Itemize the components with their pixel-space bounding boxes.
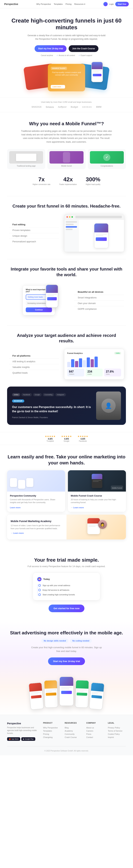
feature3-item-1: For all platforms bbox=[9, 353, 59, 359]
footer-link-crash-course[interactable]: Crash Course bbox=[65, 736, 83, 739]
footer-link-contact[interactable]: Contact bbox=[86, 736, 104, 739]
footer-brand-desc: Perspective helps businesses and agencie… bbox=[7, 726, 39, 735]
card-cta[interactable]: Learn more → bbox=[51, 85, 65, 89]
nav-actions: Login Start free bbox=[103, 2, 129, 6]
testimonial-tabs-row: Online Facebook Google Counseling Instag… bbox=[12, 393, 93, 396]
trial-step-2-text: Enjoy full access to all features bbox=[42, 589, 69, 591]
rating-facebook: ★★★★★ 4.8/5 Facebook bbox=[77, 435, 88, 442]
feature3-item-4: Qualified leads bbox=[9, 370, 59, 376]
logo-bmw: BMW bbox=[96, 106, 101, 108]
nav-cta-button[interactable]: Start free bbox=[115, 2, 129, 6]
testimonial-content: Online Facebook Google Counseling Instag… bbox=[12, 393, 93, 418]
comp-item-3: ✓ Congratulations bbox=[88, 149, 126, 169]
nav-link-why[interactable]: Why Perspective bbox=[36, 3, 51, 5]
footer-col-resources: Resources Blog Academy Community Crash C… bbox=[65, 722, 83, 741]
why-headline: Why you need a Mobile Funnel™? bbox=[7, 121, 126, 126]
trial-cta-button[interactable]: Get started for free now bbox=[48, 604, 85, 612]
trial-today: Today bbox=[43, 578, 50, 581]
trial-subtext: Full access to every Perspective feature… bbox=[11, 565, 122, 568]
footer-link-why[interactable]: Why Perspective bbox=[43, 726, 61, 729]
feature1-item-1: Fast editing bbox=[9, 222, 59, 227]
count-3: 4.8/5 bbox=[77, 438, 88, 440]
comp-item-1: Traditional landing page bbox=[7, 149, 45, 169]
learn-card-community: Perspective Community Connect with thous… bbox=[7, 470, 65, 512]
tab-google[interactable]: Google bbox=[33, 393, 42, 396]
form-continue-btn[interactable]: Continue bbox=[26, 307, 52, 312]
browser-mockup bbox=[64, 214, 124, 252]
testimonial-image: 👤 bbox=[96, 392, 121, 420]
stats-row: 7x Higher conversion rate 42x Faster imp… bbox=[7, 175, 126, 187]
footer-link-about[interactable]: About us bbox=[86, 726, 104, 729]
logos-row: SHACK15 Smava huffpost Budget ADIDAS BMW bbox=[7, 105, 126, 108]
trial-section: Your free trial made simple. Full access… bbox=[0, 548, 133, 621]
feature1-visual bbox=[64, 214, 124, 252]
testimonial-section: Online Facebook Google Counseling Instag… bbox=[7, 386, 126, 425]
app-store-btn[interactable]: 🍎 App Store bbox=[7, 737, 20, 741]
footer-link-changelog[interactable]: Changelog bbox=[43, 736, 61, 739]
nav-link-templates[interactable]: Templates bbox=[54, 3, 63, 5]
community-card-header bbox=[7, 470, 65, 492]
play-store-btn[interactable]: ▶ Google Play bbox=[21, 737, 35, 741]
trial-step-1: Sign up with your email address bbox=[40, 584, 96, 587]
footer-link-terms[interactable]: Terms of Service bbox=[108, 729, 126, 733]
count-1: 4.8/5 bbox=[45, 438, 56, 440]
stat-value-3: 300% bbox=[86, 176, 100, 183]
footer-link-press[interactable]: Press bbox=[86, 733, 104, 736]
footer-link-blog[interactable]: Blog bbox=[65, 726, 83, 729]
nav-links: Why Perspective Templates Pricing Resour… bbox=[36, 3, 85, 5]
feature2-item-4: GDPR compliance bbox=[74, 306, 124, 312]
footer-link-pricing[interactable]: Pricing bbox=[43, 733, 61, 736]
stat-label-2: Faster implementation bbox=[59, 183, 77, 185]
phone-mockup bbox=[91, 62, 103, 82]
tab-instagram[interactable]: Instagram bbox=[55, 393, 66, 396]
feature1-content: Fast editing Proven templates Unique des… bbox=[9, 214, 124, 252]
tab-facebook[interactable]: Facebook bbox=[21, 393, 32, 396]
feature1-item-4: Personalized approach bbox=[9, 239, 59, 244]
card-text: Find top-quality content creators and co… bbox=[51, 71, 82, 76]
nav-link-pricing[interactable]: Pricing bbox=[65, 3, 71, 5]
footer-link-privacy[interactable]: Privacy Policy bbox=[108, 726, 126, 729]
community-link[interactable]: Learn more bbox=[10, 506, 21, 508]
badge-no-design: No design skills needed bbox=[41, 639, 68, 643]
tab-online[interactable]: Online bbox=[12, 393, 20, 396]
footer-link-community[interactable]: Community bbox=[65, 733, 83, 736]
login-button[interactable]: Login bbox=[109, 3, 114, 5]
feature2-headline: Integrate your favorite tools and share … bbox=[9, 266, 124, 277]
footer-link-cookies[interactable]: Cookie Policy bbox=[108, 733, 126, 736]
footer-link-templates[interactable]: Templates bbox=[43, 729, 61, 733]
feature2-list: Beautiful on all devices Smart Integrati… bbox=[74, 289, 124, 312]
feature3-list: For all platforms A/B testing & analytic… bbox=[9, 353, 59, 376]
feature2-text: Beautiful on all devices Smart Integrati… bbox=[74, 289, 124, 312]
crash-course-body: Mobile Funnel Crash Course 20 hours of t… bbox=[68, 492, 126, 512]
academy-link[interactable]: → Learn more bbox=[11, 532, 63, 534]
feature2-visual: What is most important to you? Getting m… bbox=[9, 283, 69, 318]
hero-primary-cta[interactable]: Start my free 14-day trial bbox=[35, 45, 66, 52]
trial-step-3-text: Start creating high-converting funnels bbox=[42, 594, 75, 596]
feature-3: ✓ Expert support bbox=[78, 55, 92, 56]
crash-course-link[interactable]: → Learn more bbox=[71, 506, 84, 508]
navbar: Perspective Why Perspective Templates Pr… bbox=[0, 0, 133, 8]
feature2-item-3: Own your domain bbox=[74, 301, 124, 306]
trial-card: 📅 Today Sign up with your email address … bbox=[33, 572, 100, 600]
bar-chart bbox=[67, 356, 121, 367]
hero-secondary-cta[interactable]: Join the Crash Course bbox=[69, 45, 98, 52]
logo-shack15: SHACK15 bbox=[32, 106, 41, 108]
footer-link-careers[interactable]: Careers bbox=[86, 729, 104, 733]
hero-visual: SOURCE TALENT Find top-quality content c… bbox=[11, 60, 122, 95]
feature3-item-3: Valuable insights bbox=[9, 364, 59, 370]
trust-bar: Used daily by more than 4,450 small and … bbox=[0, 97, 133, 112]
footer-link-imprint[interactable]: Imprint bbox=[108, 736, 126, 739]
hero-headline: Create high-converting funnels in just 6… bbox=[11, 17, 122, 31]
learn-headline: Learn easily and free. Take your online … bbox=[7, 454, 126, 466]
footer-link-academy[interactable]: Academy bbox=[65, 729, 83, 733]
why-subtext: Traditional websites and landing pages a… bbox=[21, 129, 112, 144]
stat-conversion: 7x Higher conversion rate bbox=[33, 176, 51, 185]
feature1-text: Fast editing Proven templates Unique des… bbox=[9, 222, 59, 244]
logo-huffpost: huffpost bbox=[58, 106, 66, 108]
tab-counseling[interactable]: Counseling bbox=[43, 393, 54, 396]
nav-link-resources[interactable]: Resources ▾ bbox=[74, 3, 85, 5]
footer-col-resources-title: Resources bbox=[65, 722, 83, 724]
mobile-age-cta[interactable]: Start my free 14-day trial bbox=[48, 657, 85, 665]
footer-col-legal-title: Legal bbox=[108, 722, 126, 724]
footer-grid: Perspective Perspective helps businesses… bbox=[7, 722, 126, 741]
